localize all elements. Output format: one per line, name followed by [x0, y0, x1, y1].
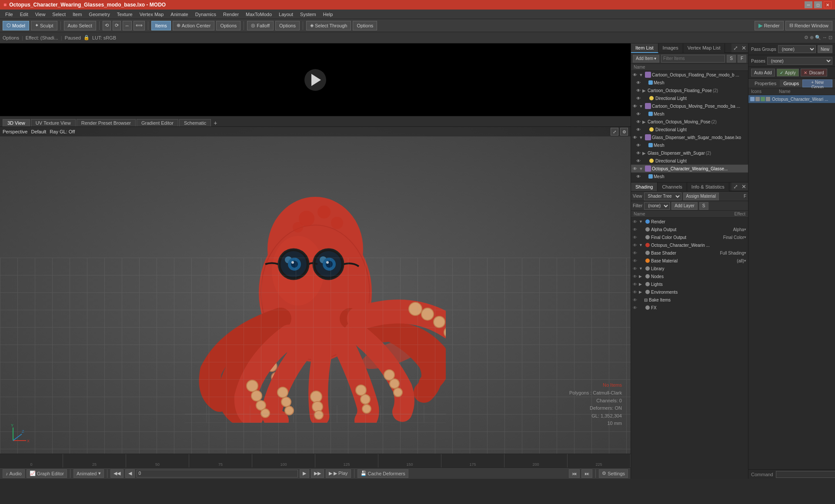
tab-properties[interactable]: Properties — [751, 80, 780, 87]
visibility-icon[interactable]: 👁 — [636, 174, 642, 179]
menu-system[interactable]: System — [297, 11, 320, 18]
tab-vertex-map-list[interactable]: Vertex Map List — [683, 43, 725, 53]
eye-icon[interactable]: 👁 — [633, 290, 639, 295]
collapse-arrow[interactable]: ▶ — [639, 282, 644, 286]
expand-icon[interactable]: ▶ — [642, 151, 648, 156]
items-button[interactable]: Items — [151, 21, 171, 30]
expand-icon[interactable]: ▶ — [642, 182, 648, 182]
tree-item-render[interactable]: 👁 ▼ Render — [631, 218, 748, 225]
add-layer-button[interactable]: Add Layer — [671, 202, 698, 210]
visibility-icon[interactable]: 👁 — [636, 112, 642, 116]
shading-expand-button[interactable]: ⤢ — [731, 182, 740, 191]
group-item[interactable]: Octopus_Character_Weari ... — [748, 95, 835, 103]
collapse-arrow[interactable]: ▼ — [639, 243, 644, 247]
list-item[interactable]: 👁 ▼ Cartoon_Octopus_Floating_Pose_modo_b… — [631, 71, 748, 79]
shading-tree[interactable]: 👁 ▼ Render 👁 Alpha Output Alpha ▾ — [631, 218, 748, 479]
visibility-icon[interactable]: 👁 — [636, 182, 642, 182]
tab-uv-texture[interactable]: UV Texture View — [31, 119, 76, 126]
list-item[interactable]: 👁 Mesh — [631, 141, 748, 149]
list-item[interactable]: 👁 ▼ Octopus_Character_Wearing_Glasse... — [631, 165, 748, 172]
tab-shading[interactable]: Shading — [631, 182, 658, 191]
frame-input[interactable] — [137, 470, 298, 477]
filter-select[interactable]: (none) — [644, 202, 670, 210]
tree-item-library[interactable]: 👁 ▼ Library — [631, 265, 748, 272]
maximize-button[interactable]: □ — [814, 1, 822, 8]
expand-icon[interactable]: ▶ — [642, 119, 648, 124]
visibility-icon[interactable]: 👁 — [636, 159, 642, 163]
menu-animate[interactable]: Animate — [167, 11, 191, 18]
list-item[interactable]: 👁 ▶ Octopus_Character_Wearing_Glasses (2… — [631, 180, 748, 182]
eye-icon[interactable]: 👁 — [633, 259, 639, 263]
graph-editor-button[interactable]: 📈 Graph Editor — [27, 469, 67, 478]
options-button-2[interactable]: Options — [275, 21, 300, 30]
list-item[interactable]: 👁 Directional Light — [631, 157, 748, 165]
expand-viewport-button[interactable]: ⤢ — [611, 128, 618, 136]
item-list[interactable]: 👁 ▼ Cartoon_Octopus_Floating_Pose_modo_b… — [631, 71, 748, 182]
sculpt-button[interactable]: ✦ Sculpt — [31, 21, 57, 30]
passes-select[interactable]: (none) — [767, 57, 832, 65]
eye-icon[interactable]: 👁 — [633, 305, 639, 310]
tree-item-nodes[interactable]: 👁 ▶ Nodes — [631, 272, 748, 280]
expand-icon[interactable]: ▼ — [639, 166, 644, 171]
falloff-button[interactable]: ◎ Falloff — [247, 21, 274, 30]
visibility-icon[interactable]: 👁 — [636, 143, 642, 148]
close-button[interactable]: ✕ — [824, 1, 832, 8]
menu-layout[interactable]: Layout — [275, 11, 297, 18]
auto-select-button[interactable]: Auto Select — [64, 21, 96, 30]
item-list-expand-button[interactable]: ⤢ — [731, 43, 740, 53]
list-item[interactable]: 👁 Directional Light — [631, 126, 748, 133]
apply-button[interactable]: ✓ Apply — [777, 69, 799, 76]
list-item[interactable]: 👁 ▼ Glass_Dispenser_with_Sugar_modo_base… — [631, 133, 748, 141]
settings-button[interactable]: ⚙ Settings — [599, 469, 628, 478]
tab-info-statistics[interactable]: Info & Statistics — [687, 182, 729, 191]
collapse-arrow[interactable]: ▼ — [639, 219, 644, 224]
menu-render[interactable]: Render — [220, 11, 242, 18]
tab-schematic[interactable]: Schematic — [179, 119, 211, 126]
prev-frame-button[interactable]: ◀ — [125, 469, 135, 478]
filter-items-input[interactable] — [661, 55, 725, 63]
shading-close-button[interactable]: ✕ — [740, 182, 748, 191]
pass-groups-select[interactable]: (none) — [778, 45, 816, 53]
tab-render-preset[interactable]: Render Preset Browser — [77, 119, 136, 126]
menu-maxtomodo[interactable]: MaxToModo — [242, 11, 275, 18]
transport-btn-2[interactable]: ⏭ — [581, 469, 592, 478]
item-s-button[interactable]: S — [727, 55, 736, 63]
tree-item-final-color[interactable]: 👁 Final Color Output Final Color ▾ — [631, 233, 748, 241]
shader-tree-select[interactable]: Shader Tree — [644, 192, 681, 200]
cache-deformers-button[interactable]: 💾 Cache Deformers — [357, 469, 408, 478]
audio-button[interactable]: ♪ Audio — [3, 469, 25, 478]
transform-btn-1[interactable]: ⟲ — [103, 21, 111, 30]
list-item[interactable]: 👁 ▶ Glass_Dispenser_with_Sugar (2) — [631, 149, 748, 157]
options-button-1[interactable]: Options — [216, 21, 240, 30]
list-item[interactable]: 👁 Directional Light — [631, 94, 748, 102]
menu-file[interactable]: File — [2, 11, 17, 18]
eye-icon[interactable]: 👁 — [633, 219, 639, 224]
menu-item[interactable]: Item — [69, 11, 85, 18]
eye-icon[interactable]: 👁 — [633, 243, 639, 248]
transform-btn-2[interactable]: ⟳ — [113, 21, 121, 30]
viewport-3d[interactable]: Perspective Default Ray GL: Off ⤢ ⚙ — [0, 127, 631, 454]
assign-material-button[interactable]: Assign Material — [683, 192, 719, 200]
next-frame-button[interactable]: ▶ — [300, 469, 309, 478]
tab-channels[interactable]: Channels — [658, 182, 687, 191]
visibility-icon[interactable]: 👁 — [636, 119, 642, 124]
eye-icon[interactable]: 👁 — [633, 227, 639, 232]
menu-vertex-map[interactable]: Vertex Map — [136, 11, 167, 18]
new-pass-group-button[interactable]: New — [818, 45, 832, 53]
new-group-button[interactable]: + New Group — [802, 80, 832, 87]
list-item[interactable]: 👁 ▶ Cartoon_Octopus_Floating_Pose (2) — [631, 86, 748, 94]
menu-dynamics[interactable]: Dynamics — [192, 11, 220, 18]
eye-icon[interactable]: 👁 — [633, 298, 639, 302]
visibility-icon[interactable]: 👁 — [636, 151, 642, 156]
expand-icon[interactable]: ▼ — [639, 104, 644, 109]
visibility-icon[interactable]: 👁 — [633, 135, 639, 140]
next-key-button[interactable]: ▶▶ — [311, 469, 324, 478]
play-button-timeline[interactable]: ▶ ▶ Play — [326, 469, 351, 478]
animated-button[interactable]: Animated ▾ — [73, 469, 104, 478]
discard-button[interactable]: ✕ Discard — [801, 69, 827, 76]
tree-item-octopus[interactable]: 👁 ▼ Octopus_Character_Wearin ... — [631, 241, 748, 249]
select-through-button[interactable]: ◈ Select Through — [306, 21, 351, 30]
collapse-arrow[interactable]: ▶ — [639, 290, 644, 294]
command-input[interactable] — [776, 471, 835, 478]
tree-item-environments[interactable]: 👁 ▶ Environments — [631, 288, 748, 296]
